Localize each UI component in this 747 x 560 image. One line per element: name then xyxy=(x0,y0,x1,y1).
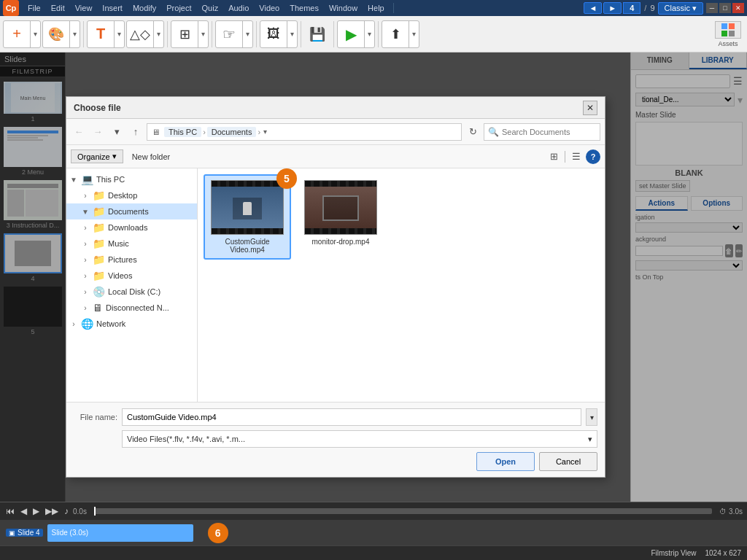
fd-filename-input[interactable] xyxy=(122,408,581,426)
tree-item-videos[interactable]: › 📁 Videos xyxy=(66,268,197,284)
menu-project[interactable]: Project xyxy=(162,2,196,14)
fd-file-1[interactable]: CustomGuide Video.mp4 xyxy=(204,174,291,260)
fd-filetype-select[interactable]: Video Files(*.flv, *.f4v, *.avi, *.m... … xyxy=(122,430,597,448)
publish-dropdown[interactable]: ▾ xyxy=(409,21,419,47)
close-app-btn[interactable]: ✕ xyxy=(732,3,744,13)
tl-prev-btn[interactable]: ◀ xyxy=(19,506,28,516)
fd-help-btn[interactable]: ? xyxy=(586,149,600,164)
fd-view-buttons: ⊞ ☰ ? xyxy=(546,149,600,165)
cursor-btn[interactable]: ☞ xyxy=(216,21,242,47)
fd-cancel-btn[interactable]: Cancel xyxy=(539,452,597,471)
menu-modify[interactable]: Modify xyxy=(128,2,160,14)
fd-forward-btn[interactable]: → xyxy=(90,124,106,140)
menu-edit[interactable]: Edit xyxy=(47,2,69,14)
fd-view-list-icon[interactable]: ☰ xyxy=(568,149,584,165)
slide-track[interactable]: Slide (3.0s) xyxy=(47,524,193,542)
fd-search-input[interactable] xyxy=(484,123,600,141)
prev-page-btn[interactable]: ◄ xyxy=(584,2,602,14)
play-btn-group: ▶ ▾ xyxy=(337,20,375,48)
layout-switcher[interactable]: Classic ▾ xyxy=(658,2,703,15)
modal-close-btn[interactable]: ✕ xyxy=(583,101,597,115)
fd-filename-label: File name: xyxy=(74,413,117,421)
dimensions-label: 1024 x 627 xyxy=(705,549,742,557)
media-btn[interactable]: 🖼 xyxy=(260,21,287,47)
minimize-btn[interactable]: ─ xyxy=(706,3,718,13)
tree-item-downloads[interactable]: › 📁 Downloads xyxy=(66,219,197,236)
fd-back-btn[interactable]: ← xyxy=(71,124,87,140)
fd-up-btn[interactable]: ↑ xyxy=(128,124,144,140)
tree-item-pictures[interactable]: › 📁 Pictures xyxy=(66,252,197,268)
fd-filename-dropdown[interactable]: ▾ xyxy=(586,408,597,426)
maximize-btn[interactable]: □ xyxy=(719,3,731,13)
tree-item-documents[interactable]: ▼ 📁 Documents xyxy=(66,203,197,219)
toolbar-sep-6 xyxy=(333,21,334,47)
expand-pictures: › xyxy=(81,256,90,264)
desktop-label: Desktop xyxy=(108,191,194,200)
film-strip-bottom-1 xyxy=(212,228,283,234)
expand-localdisk: › xyxy=(81,288,90,296)
fd-path-thispc[interactable]: This PC xyxy=(164,127,201,137)
fd-new-folder-btn[interactable]: New folder xyxy=(126,151,177,163)
assets-icon xyxy=(715,21,741,39)
shapes-dropdown[interactable]: ▾ xyxy=(153,21,163,47)
grid-btn[interactable]: ⊞ xyxy=(171,21,198,47)
menu-help[interactable]: Help xyxy=(363,2,389,14)
fd-file-2-thumb xyxy=(304,180,377,235)
play-btn[interactable]: ▶ xyxy=(338,21,364,47)
grid-dropdown[interactable]: ▾ xyxy=(198,21,208,47)
publish-btn[interactable]: ⬆ xyxy=(382,21,409,47)
assets-btn[interactable]: Assets xyxy=(712,20,744,49)
fd-organize-btn[interactable]: Organize ▾ xyxy=(71,149,123,163)
tree-item-disconnected[interactable]: › 🖥 Disconnected N... xyxy=(66,300,197,316)
play-dropdown[interactable]: ▾ xyxy=(364,21,374,47)
tl-scrubber[interactable] xyxy=(94,508,712,514)
tree-item-thispc[interactable]: ▼ 💻 This PC xyxy=(66,171,197,187)
text-btn-group: T ▾ xyxy=(87,20,125,48)
menu-file[interactable]: File xyxy=(23,2,45,14)
shapes-btn[interactable]: △◇ xyxy=(127,21,153,47)
fd-path-documents[interactable]: Documents xyxy=(207,127,257,137)
documents-label: Documents xyxy=(108,207,194,216)
fd-refresh-btn[interactable]: ↻ xyxy=(465,124,481,140)
new-dropdown[interactable]: ▾ xyxy=(30,21,40,47)
text-btn[interactable]: T xyxy=(88,21,114,47)
downloads-label: Downloads xyxy=(108,223,194,232)
tree-item-localdisk[interactable]: › 💿 Local Disk (C:) xyxy=(66,284,197,300)
new-btn[interactable]: + xyxy=(4,21,30,47)
media-dropdown[interactable]: ▾ xyxy=(287,21,297,47)
step-badge-5: 5 xyxy=(276,168,297,189)
tl-play-btn[interactable]: ▶ xyxy=(31,506,41,516)
fd-path-dropdown[interactable]: ▾ xyxy=(263,128,267,136)
thispc-icon: 💻 xyxy=(81,174,93,185)
fd-file-2[interactable]: monitor-drop.mp4 xyxy=(297,174,384,260)
fd-open-btn[interactable]: Open xyxy=(476,452,535,471)
tree-item-music[interactable]: › 📁 Music xyxy=(66,236,197,252)
tl-next-btn[interactable]: ▶▶ xyxy=(44,506,60,516)
save-btn[interactable]: 💾 xyxy=(304,20,330,49)
tl-audio-btn[interactable]: ♪ xyxy=(63,506,70,516)
fd-filetype-row: Video Files(*.flv, *.f4v, *.avi, *.m... … xyxy=(74,430,597,448)
menu-video[interactable]: Video xyxy=(255,2,284,14)
tl-playhead xyxy=(94,507,96,516)
video-thumb-1-bg xyxy=(212,181,283,234)
tl-begin-btn[interactable]: ⏮ xyxy=(4,506,16,516)
next-page-btn[interactable]: ► xyxy=(603,2,622,14)
menu-insert[interactable]: Insert xyxy=(98,2,127,14)
text-dropdown[interactable]: ▾ xyxy=(114,21,124,47)
fd-dropdown-btn[interactable]: ▾ xyxy=(109,124,125,140)
fd-view-large-icon[interactable]: ⊞ xyxy=(546,149,562,165)
menu-quiz[interactable]: Quiz xyxy=(198,2,223,14)
menu-audio[interactable]: Audio xyxy=(224,2,253,14)
theme-btn[interactable]: 🎨 xyxy=(43,21,69,47)
fd-view-sep xyxy=(565,151,565,163)
menu-themes[interactable]: Themes xyxy=(285,2,323,14)
tree-item-network[interactable]: › 🌐 Network xyxy=(66,316,197,332)
menu-view[interactable]: View xyxy=(71,2,97,14)
tree-item-desktop[interactable]: › 📁 Desktop xyxy=(66,187,197,203)
fd-path-sep2: › xyxy=(258,128,260,136)
fd-buttons-row: Open Cancel xyxy=(74,452,597,471)
cursor-dropdown[interactable]: ▾ xyxy=(242,21,252,47)
theme-dropdown[interactable]: ▾ xyxy=(69,21,80,47)
menu-window[interactable]: Window xyxy=(325,2,362,14)
new-icon: + xyxy=(12,26,21,42)
